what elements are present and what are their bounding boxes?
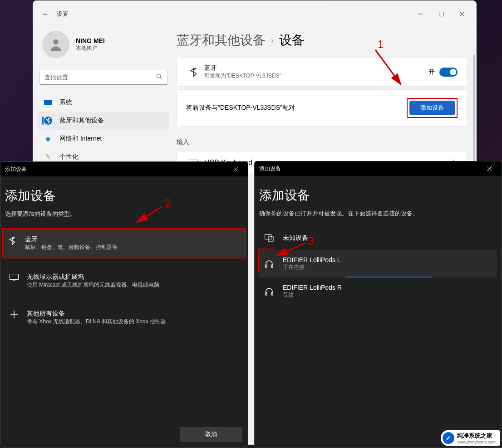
maximize-button[interactable] — [431, 5, 452, 23]
logo-icon: ✔ — [443, 432, 454, 444]
user-name: NING MEI — [76, 37, 105, 44]
display-icon — [9, 273, 20, 281]
svg-rect-1 — [439, 12, 443, 16]
option-wireless-display[interactable]: 无线显示器或扩展坞 使用 Miracast 或无线扩展坞的无线监视器、电视或电脑 — [5, 267, 243, 295]
card-sub: 可发现为"DESKTOP-VL3JSDS" — [204, 72, 281, 80]
plus-icon — [9, 310, 20, 318]
add-device-dialog-2: 添加设备 添加设备 确保你的设备已打开并可被发现。在下面选择要连接的设备。 未知… — [254, 161, 502, 448]
user-sub: 本地帐户 — [76, 44, 105, 52]
section-heading: 输入 — [177, 138, 467, 146]
sidebar-item-label: 个性化 — [59, 153, 79, 161]
option-title: 其他所有设备 — [27, 310, 166, 318]
svg-rect-26 — [271, 265, 273, 268]
svg-rect-25 — [266, 265, 267, 268]
dialog-title: 添加设备 — [259, 165, 281, 173]
svg-rect-27 — [266, 292, 267, 295]
close-button[interactable] — [452, 5, 472, 23]
dialog-subtext: 选择要添加的设备的类型。 — [5, 210, 243, 218]
add-device-dialog-1: 添加设备 添加设备 选择要添加的设备的类型。 蓝牙 鼠标、键盘、笔、音频设备、控… — [0, 161, 248, 448]
dialog-title: 添加设备 — [5, 166, 27, 173]
sidebar-item-bluetooth[interactable]: 蓝牙和其他设备 — [38, 112, 169, 130]
device-lollipods-l[interactable]: EDIFIER LolliPods L 正在连接 — [259, 250, 497, 278]
option-desc: 使用 Miracast 或无线扩展坞的无线监视器、电视或电脑 — [27, 281, 159, 289]
add-device-button[interactable]: 添加设备 — [409, 101, 455, 115]
dialog-titlebar: 添加设备 — [0, 162, 248, 176]
option-title: 无线显示器或扩展坞 — [27, 273, 159, 281]
window-title: 设置 — [57, 10, 69, 18]
sidebar-item-label: 蓝牙和其他设备 — [59, 117, 104, 125]
device-unknown[interactable]: 未知设备 — [259, 228, 497, 248]
sidebar-item-label: 系统 — [59, 98, 72, 107]
device-icon — [264, 234, 275, 242]
pair-device-row: 将新设备与"DESKTOP-VL3JSDS"配对 添加设备 — [177, 89, 467, 127]
bluetooth-icon — [186, 67, 201, 77]
svg-point-4 — [53, 39, 58, 44]
dialog-subtext: 确保你的设备已打开并可被发现。在下面选择要连接的设备。 — [259, 209, 497, 218]
dialog-titlebar: 添加设备 — [255, 161, 502, 176]
watermark-url: www.kzmyhome.com — [457, 440, 496, 444]
svg-rect-28 — [271, 292, 273, 295]
svg-rect-16 — [10, 274, 19, 280]
avatar — [42, 31, 69, 58]
close-icon[interactable] — [228, 163, 243, 175]
watermark-title: 纯净系统之家 — [457, 432, 492, 439]
device-lollipods-r[interactable]: EDIFIER LolliPods R 音频 — [259, 278, 497, 305]
breadcrumb-parent[interactable]: 蓝牙和其他设备 — [177, 32, 266, 49]
pair-text: 将新设备与"DESKTOP-VL3JSDS"配对 — [186, 104, 295, 112]
titlebar: ← 设置 — [33, 1, 476, 27]
wifi-icon: ◆ — [44, 135, 52, 143]
svg-line-6 — [160, 78, 162, 79]
device-name: 未知设备 — [283, 234, 308, 242]
toggle-label: 开 — [428, 68, 435, 76]
sidebar-item-label: 网络和 Internet — [59, 135, 102, 143]
chevron-right-icon: › — [271, 36, 274, 45]
device-name: EDIFIER LolliPods L — [283, 256, 341, 263]
search-box[interactable] — [39, 70, 167, 85]
headset-icon — [264, 287, 275, 296]
sidebar-item-network[interactable]: ◆ 网络和 Internet — [38, 130, 169, 148]
device-status: 正在连接 — [283, 263, 341, 271]
system-icon — [44, 100, 52, 105]
option-title: 蓝牙 — [25, 235, 118, 243]
device-name: EDIFIER LolliPods R — [283, 284, 342, 291]
svg-point-5 — [157, 74, 161, 78]
bluetooth-toggle[interactable] — [439, 68, 458, 77]
close-icon[interactable] — [482, 162, 497, 175]
back-button[interactable]: ← — [37, 5, 54, 23]
dialog-heading: 添加设备 — [259, 187, 497, 204]
device-status: 音频 — [283, 291, 342, 299]
cancel-button[interactable]: 取消 — [180, 427, 242, 442]
user-block[interactable]: NING MEI 本地帐户 — [38, 27, 169, 67]
option-bluetooth[interactable]: 蓝牙 鼠标、键盘、笔、音频设备、控制器等 — [3, 229, 245, 258]
breadcrumb: 蓝牙和其他设备 › 设备 — [177, 32, 467, 49]
bluetooth-icon — [7, 235, 18, 245]
option-desc: 鼠标、键盘、笔、音频设备、控制器等 — [25, 243, 118, 251]
option-other[interactable]: 其他所有设备 带有 Xbox 无线适配器、DLNA 和其他设备的 Xbox 控制… — [5, 303, 243, 332]
card-title: 蓝牙 — [204, 64, 281, 72]
breadcrumb-current: 设备 — [279, 32, 305, 49]
dialog-heading: 添加设备 — [5, 187, 243, 205]
search-input[interactable] — [44, 74, 156, 81]
bluetooth-card: 蓝牙 可发现为"DESKTOP-VL3JSDS" 开 — [177, 57, 467, 87]
watermark: ✔ 纯净系统之家 www.kzmyhome.com — [441, 430, 500, 446]
headset-icon — [264, 259, 275, 268]
progress-bar — [345, 277, 432, 278]
brush-icon: ✎ — [44, 153, 52, 161]
minimize-button[interactable] — [410, 5, 431, 23]
search-icon — [156, 73, 162, 82]
sidebar-item-system[interactable]: 系统 — [38, 93, 169, 112]
bluetooth-icon — [44, 117, 52, 125]
option-desc: 带有 Xbox 无线适配器、DLNA 和其他设备的 Xbox 控制器 — [27, 318, 166, 326]
